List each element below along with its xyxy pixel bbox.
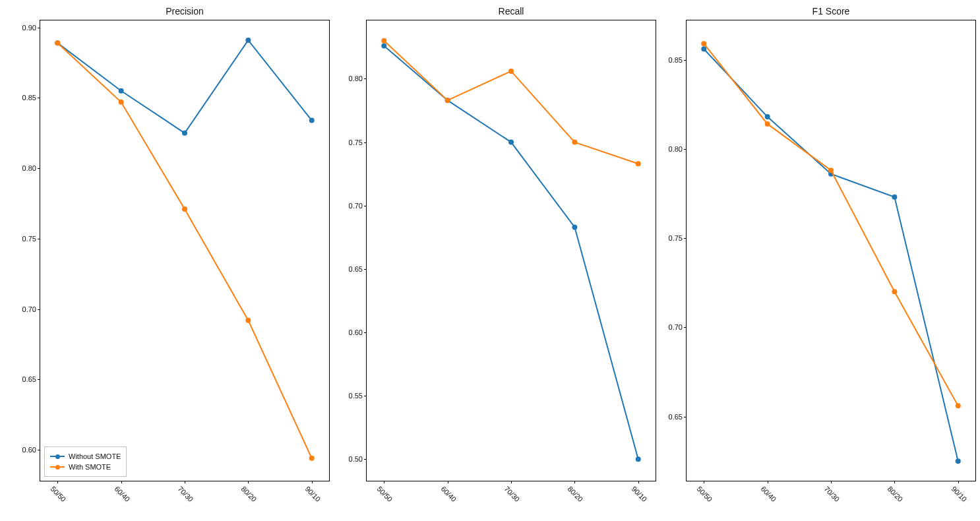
series-marker bbox=[245, 38, 251, 43]
series-marker bbox=[245, 318, 251, 323]
y-tick-label: 0.80 bbox=[22, 164, 36, 172]
x-tick-mark bbox=[448, 481, 448, 483]
y-tick-label: 0.75 bbox=[349, 138, 363, 146]
y-tick-mark bbox=[38, 168, 40, 169]
series-marker bbox=[55, 40, 60, 46]
y-tick-label: 0.85 bbox=[22, 94, 36, 102]
x-tick-label: 90/10 bbox=[303, 485, 322, 503]
series-marker bbox=[636, 161, 641, 166]
y-tick-mark bbox=[38, 309, 40, 310]
y-tick-label: 0.70 bbox=[349, 202, 363, 210]
x-tick-label: 90/10 bbox=[630, 485, 648, 503]
x-tick-label: 90/10 bbox=[950, 485, 968, 503]
series-marker bbox=[381, 43, 386, 48]
plot-area-recall bbox=[367, 20, 656, 481]
x-tick-mark bbox=[768, 481, 768, 483]
x-tick-label: 80/20 bbox=[567, 485, 585, 503]
y-tick-mark bbox=[38, 239, 40, 239]
subplot-precision: Precision Without SMOTE With SMOTE 0.600… bbox=[40, 20, 330, 481]
y-tick-label: 0.90 bbox=[22, 24, 36, 32]
series-marker bbox=[765, 121, 770, 127]
legend-label-with: With SMOTE bbox=[69, 462, 111, 472]
y-tick-mark bbox=[38, 450, 40, 450]
x-tick-mark bbox=[958, 481, 959, 483]
series-marker bbox=[182, 206, 187, 212]
x-tick-label: 80/20 bbox=[240, 485, 259, 503]
series-marker bbox=[572, 140, 577, 145]
legend-swatch-without bbox=[50, 456, 65, 457]
y-tick-label: 0.60 bbox=[349, 328, 363, 336]
series-marker bbox=[119, 88, 124, 94]
x-tick-mark bbox=[831, 481, 832, 483]
y-tick-label: 0.80 bbox=[669, 145, 683, 153]
legend-item-without: Without SMOTE bbox=[50, 451, 121, 462]
y-tick-label: 0.65 bbox=[22, 375, 36, 383]
x-tick-mark bbox=[894, 481, 895, 483]
x-tick-label: 70/30 bbox=[503, 485, 522, 503]
series-marker bbox=[892, 195, 897, 200]
series-marker bbox=[828, 168, 834, 173]
x-tick-label: 60/40 bbox=[113, 485, 131, 503]
series-marker bbox=[956, 458, 961, 464]
series-line bbox=[384, 41, 638, 164]
subplot-title-recall: Recall bbox=[367, 6, 656, 16]
x-tick-label: 70/30 bbox=[823, 485, 842, 503]
y-tick-mark bbox=[38, 28, 40, 28]
series-marker bbox=[508, 69, 514, 74]
x-tick-mark bbox=[574, 481, 575, 483]
y-tick-label: 0.75 bbox=[669, 234, 683, 242]
y-tick-label: 0.65 bbox=[669, 413, 683, 421]
y-tick-label: 0.75 bbox=[22, 235, 36, 243]
x-tick-mark bbox=[57, 481, 58, 483]
legend: Without SMOTE With SMOTE bbox=[44, 446, 127, 477]
subplot-recall: Recall 0.500.550.600.650.700.750.8050/50… bbox=[366, 20, 656, 481]
x-tick-label: 70/30 bbox=[177, 485, 195, 503]
x-tick-label: 60/40 bbox=[759, 485, 778, 503]
x-tick-label: 50/50 bbox=[696, 485, 714, 503]
y-tick-mark bbox=[684, 149, 687, 150]
series-line bbox=[704, 49, 958, 461]
series-marker bbox=[636, 456, 641, 462]
series-line bbox=[704, 44, 958, 406]
series-line bbox=[57, 43, 311, 458]
series-marker bbox=[572, 224, 577, 230]
series-marker bbox=[182, 131, 187, 136]
y-tick-mark bbox=[684, 60, 687, 61]
y-tick-mark bbox=[364, 142, 367, 143]
x-tick-mark bbox=[185, 481, 185, 483]
subplot-title-precision: Precision bbox=[40, 6, 329, 16]
series-line bbox=[384, 46, 638, 459]
series-marker bbox=[765, 114, 770, 119]
y-tick-label: 0.70 bbox=[22, 305, 36, 313]
series-line bbox=[57, 40, 311, 133]
x-tick-label: 80/20 bbox=[886, 485, 905, 503]
legend-swatch-with bbox=[50, 466, 65, 468]
legend-item-with: With SMOTE bbox=[50, 462, 121, 472]
y-tick-label: 0.50 bbox=[349, 455, 363, 463]
subplot-title-f1: F1 Score bbox=[687, 6, 975, 16]
plot-area-f1 bbox=[687, 20, 975, 481]
y-tick-mark bbox=[364, 78, 367, 79]
y-tick-label: 0.65 bbox=[349, 265, 363, 273]
series-marker bbox=[508, 140, 514, 145]
y-tick-mark bbox=[364, 459, 367, 460]
x-tick-label: 50/50 bbox=[49, 485, 68, 503]
series-marker bbox=[956, 403, 961, 408]
x-tick-label: 60/40 bbox=[439, 485, 458, 503]
series-marker bbox=[309, 118, 315, 123]
series-marker bbox=[701, 46, 706, 51]
series-marker bbox=[445, 98, 450, 103]
y-tick-mark bbox=[684, 327, 687, 328]
plot-area-precision bbox=[40, 20, 329, 481]
y-tick-label: 0.80 bbox=[349, 75, 363, 82]
x-tick-mark bbox=[638, 481, 639, 483]
y-tick-label: 0.60 bbox=[22, 446, 36, 454]
series-marker bbox=[701, 41, 706, 46]
x-tick-mark bbox=[248, 481, 249, 483]
y-tick-mark bbox=[364, 206, 367, 206]
y-tick-label: 0.70 bbox=[669, 323, 683, 331]
y-tick-mark bbox=[38, 379, 40, 380]
figure: Precision Without SMOTE With SMOTE 0.600… bbox=[0, 0, 980, 521]
y-tick-mark bbox=[364, 396, 367, 396]
x-tick-mark bbox=[121, 481, 122, 483]
